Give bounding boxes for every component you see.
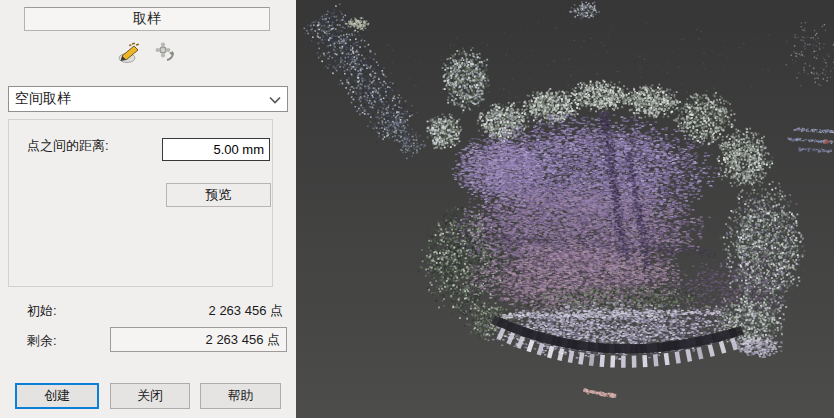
sampling-method-select[interactable]: 空间取样	[8, 86, 288, 112]
initial-count-label: 初始:	[27, 302, 57, 320]
remaining-count-value: 2 263 456 点	[206, 331, 280, 349]
sample-brush-icon[interactable]	[116, 40, 144, 66]
help-button[interactable]: 帮助	[200, 383, 281, 409]
sampling-method-value: 空间取样	[15, 90, 269, 108]
sampling-toolbar	[0, 40, 296, 66]
sampling-panel: 取样	[0, 0, 296, 418]
sampling-dialog-window: 取样	[0, 0, 834, 418]
remaining-count-field: 2 263 456 点	[110, 327, 287, 352]
create-button[interactable]: 创建	[15, 383, 99, 409]
close-button[interactable]: 关闭	[110, 383, 190, 409]
pointcloud-canvas[interactable]	[296, 0, 834, 418]
remaining-count-label: 剩余:	[27, 332, 57, 350]
spacing-label: 点之间的距离:	[27, 137, 109, 155]
spacing-input[interactable]	[162, 138, 270, 161]
initial-count-value: 2 263 456 点	[209, 302, 283, 320]
recompute-icon[interactable]	[152, 40, 180, 66]
chevron-down-icon	[269, 91, 281, 107]
preview-button[interactable]: 预览	[166, 183, 271, 207]
panel-title: 取样	[24, 7, 270, 31]
pointcloud-viewport[interactable]	[296, 0, 834, 418]
